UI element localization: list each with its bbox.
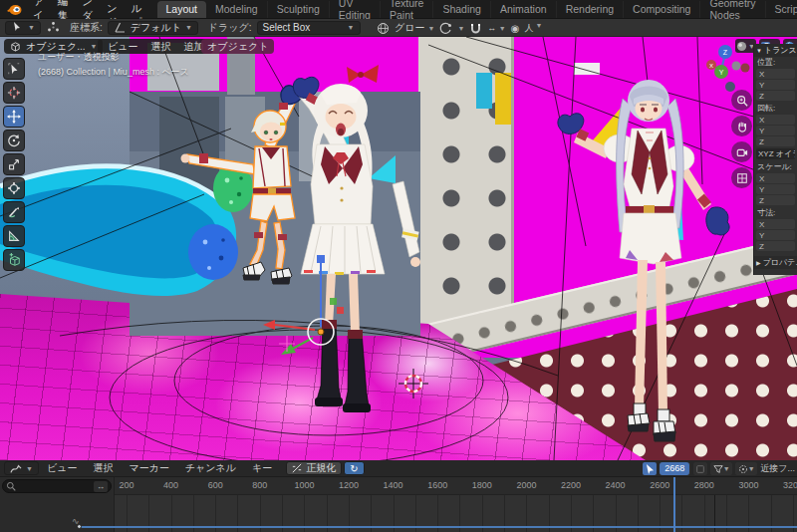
orientation-dropdown[interactable]: グロー ▼ — [395, 21, 434, 35]
frame-ruler[interactable]: 2004006008001000120014001600180020002200… — [115, 477, 797, 495]
location-axis-field[interactable]: Z — [756, 91, 795, 101]
scale-axis-field[interactable]: Y — [756, 184, 795, 194]
keyframe-dot[interactable] — [77, 524, 82, 529]
viewport-info: ユーザー・透視投影 (2668) Collection | Miu_mesh :… — [38, 50, 189, 80]
ruler-tick: 3000 — [738, 480, 758, 490]
graph-menu-item[interactable]: キー — [244, 461, 280, 475]
channel-search-input[interactable] — [19, 481, 91, 491]
navigation-gizmo[interactable]: Z Y X — [697, 39, 761, 97]
location-axis-field[interactable]: Y — [756, 80, 795, 90]
pan-hand-button[interactable] — [731, 116, 752, 136]
scale-axis-field[interactable]: X — [756, 173, 795, 183]
workspace-tab[interactable]: Modeling — [206, 1, 268, 18]
toolbar — [3, 58, 27, 271]
scale-label: スケール: — [754, 161, 797, 172]
properties-panel-collapsed[interactable]: ▶ プロパテ... — [754, 256, 797, 269]
ruler-tick: 1200 — [339, 480, 359, 490]
topbar-menu-item[interactable]: 編集 — [51, 0, 76, 18]
current-frame-badge[interactable]: 2668 — [660, 462, 689, 475]
ruler-tick: 600 — [208, 480, 223, 490]
workspace-tab[interactable]: Compositing — [624, 1, 700, 18]
drag-mode-dropdown[interactable]: Select Box ▼ — [257, 21, 361, 35]
workspace-tab[interactable]: Geometry Nodes — [700, 1, 765, 18]
toggle-perspective-button[interactable] — [731, 167, 752, 188]
move-tool[interactable] — [3, 106, 25, 128]
editor-type-dropdown[interactable]: ▼ — [4, 461, 39, 475]
dimension-axis-field[interactable]: Y — [756, 230, 795, 240]
character-right[interactable] — [558, 80, 729, 441]
measure-tool[interactable] — [3, 225, 25, 247]
select-cursor-toggle[interactable] — [643, 462, 657, 475]
graph-menu-item[interactable]: 選択 — [85, 461, 121, 475]
zoom-button[interactable] — [731, 90, 752, 111]
rotation-axis-field[interactable]: Z — [756, 136, 795, 146]
workspace-tab[interactable]: Texture Paint — [381, 1, 433, 18]
coord-system-dropdown[interactable]: デフォルト ▼ — [108, 21, 198, 35]
add-cube-tool[interactable] — [3, 249, 25, 271]
ruler-tick: 2000 — [516, 480, 536, 490]
workspace-tab[interactable]: Layout — [157, 1, 207, 18]
orientation-dots-icon[interactable] — [47, 21, 60, 34]
rotation-label: 回転: — [754, 103, 797, 114]
workspace-tab[interactable]: Sculpting — [268, 1, 330, 18]
snap-target-dropdown[interactable]: ↔ ▼ — [487, 23, 505, 33]
filter-dropdown[interactable]: ▼ — [710, 462, 732, 475]
workspace-tab[interactable]: Shading — [433, 1, 491, 18]
svg-text:Y: Y — [719, 69, 724, 76]
scale-axis-field[interactable]: Z — [756, 195, 795, 205]
snap-magnet-icon[interactable] — [469, 22, 482, 35]
dimension-axis-field[interactable]: Z — [756, 241, 795, 251]
proportional-dropdown[interactable]: ▼ — [735, 462, 757, 475]
camera-view-button[interactable] — [731, 141, 752, 162]
transform-panel-header[interactable]: ▼ トランスフ... — [754, 44, 797, 57]
svg-text:Z: Z — [723, 49, 728, 56]
blender-window: ファイル編集レンダーウィンドウヘルプ LayoutModelingSculpti… — [0, 0, 797, 532]
select-box-tool[interactable] — [3, 58, 25, 80]
graph-menus: ビュー選択マーカーチャンネルキー — [39, 461, 280, 475]
rotation-mode-dropdown[interactable]: XYZ オイラ... — [756, 148, 795, 159]
topbar-menu-item[interactable]: ヘルプ — [125, 0, 149, 18]
workspace-tab[interactable]: Rendering — [557, 1, 624, 18]
proportional-edit-toggle[interactable]: ◉ — [511, 23, 520, 34]
cursor-tool[interactable] — [3, 82, 25, 104]
workspace-tab[interactable]: UV Editing — [330, 1, 381, 18]
rotate-tool[interactable] — [3, 130, 25, 151]
scale-tool[interactable] — [3, 153, 25, 175]
workspace-tab[interactable]: Animation — [491, 1, 557, 18]
viewport-3d: オブジェク... ▼ ビュー選択追加 オブジェクト ▼ ▼ ▼ ユーザー・透視投… — [0, 37, 797, 460]
pivot-dropdown-icon[interactable] — [439, 22, 452, 35]
snap-mode-dropdown[interactable]: 近接フ... — [760, 462, 795, 475]
rotation-axis-field[interactable]: X — [756, 115, 795, 125]
topbar-menu-item[interactable]: レンダー — [75, 0, 100, 18]
graph-menu-item[interactable]: ビュー — [39, 461, 85, 475]
channel-search[interactable]: ↔ — [2, 479, 112, 493]
normalize-icon — [292, 463, 302, 473]
expand-channels-button[interactable]: ↔ — [94, 481, 108, 492]
location-axis-field[interactable]: X — [756, 69, 795, 79]
location-label: 位置: — [754, 57, 797, 68]
dimension-axis-field[interactable]: X — [756, 219, 795, 229]
playhead-line[interactable] — [673, 477, 675, 532]
falloff-dropdown[interactable]: 人 ▼ — [525, 22, 543, 35]
ghost-curves-button[interactable] — [693, 462, 707, 475]
ruler-tick: 800 — [252, 480, 267, 490]
ruler-tick: 2200 — [561, 480, 581, 490]
graph-editor-icon — [10, 463, 22, 474]
viewport-scene[interactable] — [0, 37, 797, 460]
blender-logo-icon[interactable] — [6, 2, 22, 16]
rotation-axis-field[interactable]: Y — [756, 126, 795, 135]
svg-text:X: X — [709, 63, 713, 69]
graph-menu-item[interactable]: マーカー — [121, 461, 176, 475]
annotate-tool[interactable] — [3, 201, 25, 223]
normalize-auto-button[interactable]: ↻ — [344, 461, 364, 475]
workspace-tab[interactable]: Scripting — [766, 1, 797, 18]
fcurve-line[interactable] — [78, 526, 797, 528]
graph-menu-item[interactable]: チャンネル — [177, 461, 244, 475]
topbar-menu-item[interactable]: ウィンドウ — [100, 0, 125, 18]
transform-tool[interactable] — [3, 177, 25, 199]
normalize-toggle[interactable]: 正規化 — [286, 461, 342, 475]
object-menu[interactable]: オブジェクト — [201, 39, 274, 54]
topbar-menu-item[interactable]: ファイル — [26, 0, 51, 18]
coord-system-label: 座標系: — [70, 21, 103, 35]
tool-mode-dropdown[interactable]: ▼ — [5, 21, 41, 35]
